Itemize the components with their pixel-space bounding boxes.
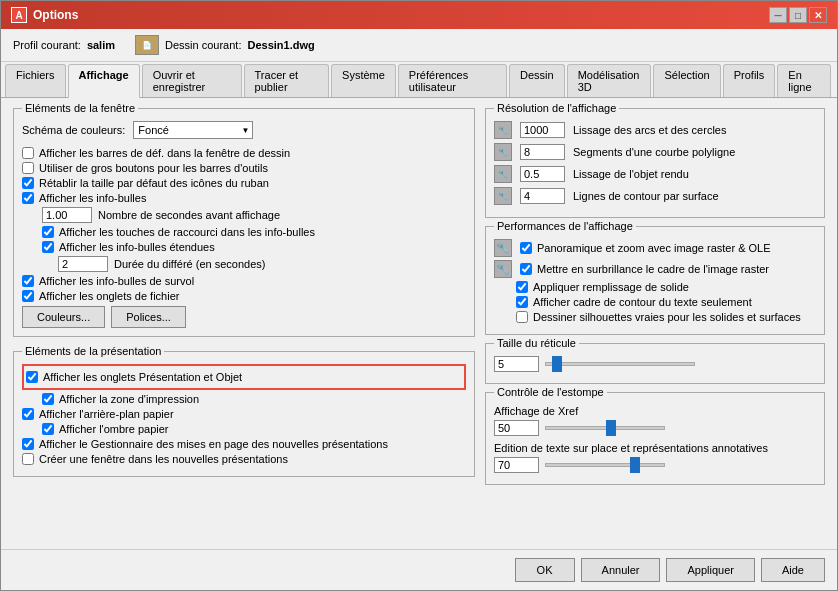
cb-raccourcis-label: Afficher les touches de raccourci dans l… [59,226,315,238]
right-panel: Résolution de l'affichage 🔧 Lissage des … [485,108,825,539]
cb-info-bulles-input[interactable] [22,192,34,204]
reticule-slider[interactable] [545,362,695,366]
ok-button[interactable]: OK [515,558,575,582]
info-bulles-input-row: Nombre de secondes avant affichage [42,207,466,223]
title-bar-buttons: ─ □ ✕ [769,7,827,23]
estompe-title: Contrôle de l'estompe [494,386,607,398]
res-lignes: 🔧 Lignes de contour par surface [494,187,816,205]
minimize-button[interactable]: ─ [769,7,787,23]
cb-bulles-etendues: Afficher les info-bulles étendues [42,241,466,253]
tab-ouvrir[interactable]: Ouvrir et enregistrer [142,64,242,97]
schema-label: Schéma de couleurs: [22,124,125,136]
cb-arriere-plan-label: Afficher l'arrière-plan papier [39,408,174,420]
edition-slider-row [494,457,816,473]
cb-survol-input[interactable] [22,275,34,287]
cb-barres-def-input[interactable] [22,147,34,159]
drawing-section: 📄 Dessin courant: Dessin1.dwg [135,35,315,55]
cb-silhouettes-input[interactable] [516,311,528,323]
tab-affichage[interactable]: Affichage [68,64,140,98]
title-bar: A Options ─ □ ✕ [1,1,837,29]
cb-info-bulles: Afficher les info-bulles [22,192,466,204]
res-lissage-input[interactable] [520,166,565,182]
cb-onglets-fichier-input[interactable] [22,290,34,302]
reticule-title: Taille du réticule [494,337,579,349]
annuler-button[interactable]: Annuler [581,558,661,582]
cb-retablir-input[interactable] [22,177,34,189]
options-window: A Options ─ □ ✕ Profil courant: salim 📄 … [0,0,838,591]
appliquer-button[interactable]: Appliquer [666,558,754,582]
cb-gestionnaire-input[interactable] [22,438,34,450]
polices-button[interactable]: Polices... [111,306,186,328]
cb-ombre-papier-input[interactable] [42,423,54,435]
cb-arriere-plan-input[interactable] [22,408,34,420]
duree-input-row: Durée du différé (en secondes) [58,256,466,272]
cb-ombre-papier-label: Afficher l'ombre papier [59,423,169,435]
edition-label: Edition de texte sur place et représenta… [494,442,816,454]
cb-bulles-etendues-input[interactable] [42,241,54,253]
cb-surbrillance-input[interactable] [520,263,532,275]
duree-value-input[interactable] [58,256,108,272]
tab-enligne[interactable]: En ligne [777,64,831,97]
tab-dessin[interactable]: Dessin [509,64,565,97]
window-elements-title: Eléments de la fenêtre [22,102,138,114]
xref-slider-row [494,420,816,436]
cb-ombre-papier: Afficher l'ombre papier [42,423,466,435]
tab-profils[interactable]: Profils [723,64,776,97]
cb-panoramique-input[interactable] [520,242,532,254]
cb-cadre-texte-input[interactable] [516,296,528,308]
cb-raccourcis-input[interactable] [42,226,54,238]
maximize-button[interactable]: □ [789,7,807,23]
edition-slider[interactable] [545,463,665,467]
cb-panoramique-label: Panoramique et zoom avec image raster & … [537,242,771,254]
reticule-slider-row [494,356,816,372]
cb-zone-impression: Afficher la zone d'impression [42,393,466,405]
tab-preferences[interactable]: Préférences utilisateur [398,64,507,97]
info-bulles-value-input[interactable] [42,207,92,223]
res-segments-input[interactable] [520,144,565,160]
cb-fenetre-nouvelles-label: Créer une fenêtre dans les nouvelles pré… [39,453,288,465]
profile-value: salim [87,39,115,51]
cb-silhouettes: Dessiner silhouettes vraies pour les sol… [516,311,816,323]
pres-elements-content: Afficher les onglets Présentation et Obj… [22,364,466,465]
reticule-value-input[interactable] [494,356,539,372]
tab-systeme[interactable]: Système [331,64,396,97]
pres-elements-title: Eléments de la présentation [22,345,164,357]
cb-bulles-etendues-label: Afficher les info-bulles étendues [59,241,215,253]
window-elements-content: Schéma de couleurs: Foncé Clair Afficher… [22,121,466,328]
cb-gros-boutons-input[interactable] [22,162,34,174]
cb-onglets-pres: Afficher les onglets Présentation et Obj… [26,371,462,383]
tab-selection[interactable]: Sélection [653,64,720,97]
cb-barres-def: Afficher les barres de déf. dans la fenê… [22,147,466,159]
aide-button[interactable]: Aide [761,558,825,582]
cb-cadre-texte-label: Afficher cadre de contour du texte seule… [533,296,752,308]
tab-modelisation[interactable]: Modélisation 3D [567,64,652,97]
xref-value-input[interactable] [494,420,539,436]
res-lignes-input[interactable] [520,188,565,204]
content-area: Eléments de la fenêtre Schéma de couleur… [1,98,837,549]
cb-fenetre-nouvelles-input[interactable] [22,453,34,465]
cb-arriere-plan: Afficher l'arrière-plan papier [22,408,466,420]
tab-tracer[interactable]: Tracer et publier [244,64,329,97]
cb-gros-boutons: Utiliser de gros boutons pour les barres… [22,162,466,174]
pres-elements-group: Eléments de la présentation Afficher les… [13,351,475,477]
cb-onglets-pres-input[interactable] [26,371,38,383]
cb-panoramique: 🔧 Panoramique et zoom avec image raster … [494,239,816,257]
couleurs-button[interactable]: Couleurs... [22,306,105,328]
res-lignes-label: Lignes de contour par surface [573,190,719,202]
performances-group: Performances de l'affichage 🔧 Panoramiqu… [485,226,825,335]
tab-fichiers[interactable]: Fichiers [5,64,66,97]
res-lissage: 🔧 Lissage de l'objet rendu [494,165,816,183]
edition-value-input[interactable] [494,457,539,473]
cb-remplissage: Appliquer remplissage de solide [516,281,816,293]
info-bulles-seconds-label: Nombre de secondes avant affichage [98,209,280,221]
schema-select[interactable]: Foncé Clair [133,121,253,139]
res-arcs-label: Lissage des arcs et des cercles [573,124,726,136]
res-arcs-input[interactable] [520,122,565,138]
cb-zone-impression-input[interactable] [42,393,54,405]
res-lissage-label: Lissage de l'objet rendu [573,168,689,180]
close-button[interactable]: ✕ [809,7,827,23]
xref-slider[interactable] [545,426,665,430]
cb-remplissage-input[interactable] [516,281,528,293]
drawing-value: Dessin1.dwg [247,39,314,51]
cb-remplissage-label: Appliquer remplissage de solide [533,281,689,293]
